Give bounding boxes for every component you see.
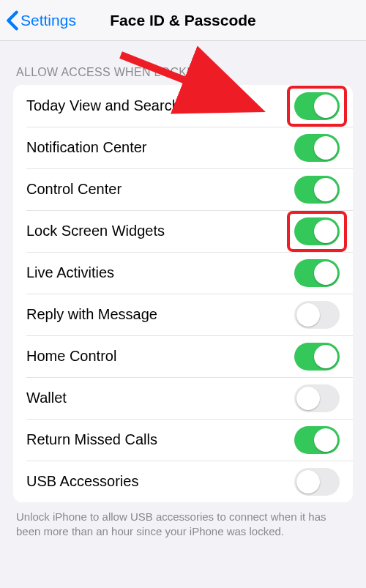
toggle-knob xyxy=(314,136,337,160)
chevron-left-icon xyxy=(6,10,19,31)
toggle-knob xyxy=(314,261,337,285)
settings-row: USB Accessories xyxy=(13,461,353,502)
toggle-switch[interactable] xyxy=(294,92,340,120)
row-label: Home Control xyxy=(26,348,116,365)
toggle-switch[interactable] xyxy=(294,426,340,454)
settings-row: Lock Screen Widgets xyxy=(13,210,353,252)
row-label: Return Missed Calls xyxy=(26,431,157,448)
settings-row: Home Control xyxy=(13,335,353,377)
toggle-knob xyxy=(314,345,337,368)
toggle-switch[interactable] xyxy=(294,343,340,371)
toggle-switch[interactable] xyxy=(294,217,340,245)
toggle-knob xyxy=(314,94,337,118)
section-header: ALLOW ACCESS WHEN LOCKED: xyxy=(0,41,366,85)
settings-row: Today View and Search xyxy=(13,85,353,127)
toggle-switch[interactable] xyxy=(294,384,340,412)
row-label: Live Activities xyxy=(26,264,114,281)
back-label: Settings xyxy=(20,12,76,29)
row-label: Control Center xyxy=(26,181,122,198)
nav-bar: Settings Face ID & Passcode xyxy=(0,0,366,41)
toggle-switch[interactable] xyxy=(294,259,340,287)
row-label: Wallet xyxy=(26,390,67,406)
toggle-knob xyxy=(296,303,320,327)
toggle-switch[interactable] xyxy=(294,301,340,329)
toggle-knob xyxy=(314,178,337,201)
section-footer: Unlock iPhone to allow USB accessories t… xyxy=(0,502,366,547)
row-label: USB Accessories xyxy=(26,473,138,490)
back-button[interactable]: Settings xyxy=(0,10,76,31)
toggle-knob xyxy=(296,387,320,410)
toggle-switch[interactable] xyxy=(294,176,340,204)
row-label: Notification Center xyxy=(26,139,147,156)
row-label: Reply with Message xyxy=(26,306,157,323)
settings-row: Control Center xyxy=(13,168,353,210)
settings-row: Return Missed Calls xyxy=(13,419,353,461)
toggle-switch[interactable] xyxy=(294,134,340,162)
toggle-knob xyxy=(314,428,337,452)
row-label: Today View and Search xyxy=(26,97,180,114)
toggle-switch[interactable] xyxy=(294,468,340,496)
settings-row: Notification Center xyxy=(13,127,353,168)
row-label: Lock Screen Widgets xyxy=(26,223,165,239)
settings-list: Today View and SearchNotification Center… xyxy=(13,85,353,502)
toggle-knob xyxy=(314,220,337,243)
settings-row: Reply with Message xyxy=(13,294,353,335)
toggle-knob xyxy=(296,470,320,494)
settings-row: Wallet xyxy=(13,377,353,419)
settings-row: Live Activities xyxy=(13,252,353,294)
